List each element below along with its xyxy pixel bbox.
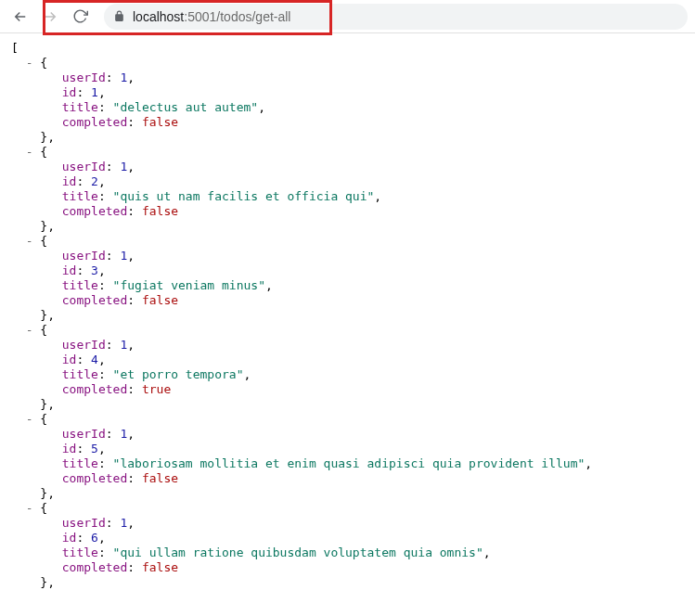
lock-icon: [113, 10, 125, 22]
browser-toolbar: localhost:5001/todos/get-all: [0, 0, 695, 33]
url-text: localhost:5001/todos/get-all: [133, 9, 290, 24]
collapse-toggle[interactable]: -: [26, 412, 33, 426]
collapse-toggle[interactable]: -: [26, 501, 33, 515]
back-button[interactable]: [7, 4, 33, 30]
reload-icon: [72, 8, 88, 24]
reload-button[interactable]: [67, 4, 93, 30]
collapse-toggle[interactable]: -: [26, 56, 33, 70]
collapse-toggle[interactable]: -: [26, 234, 33, 248]
forward-button[interactable]: [37, 4, 63, 30]
address-bar[interactable]: localhost:5001/todos/get-all: [104, 4, 688, 30]
collapse-toggle[interactable]: -: [26, 145, 33, 159]
collapse-toggle[interactable]: -: [26, 323, 33, 337]
json-viewer: [ - { userId: 1, id: 1, title: "delectus…: [0, 33, 695, 597]
arrow-right-icon: [42, 8, 58, 25]
arrow-left-icon: [12, 8, 29, 25]
